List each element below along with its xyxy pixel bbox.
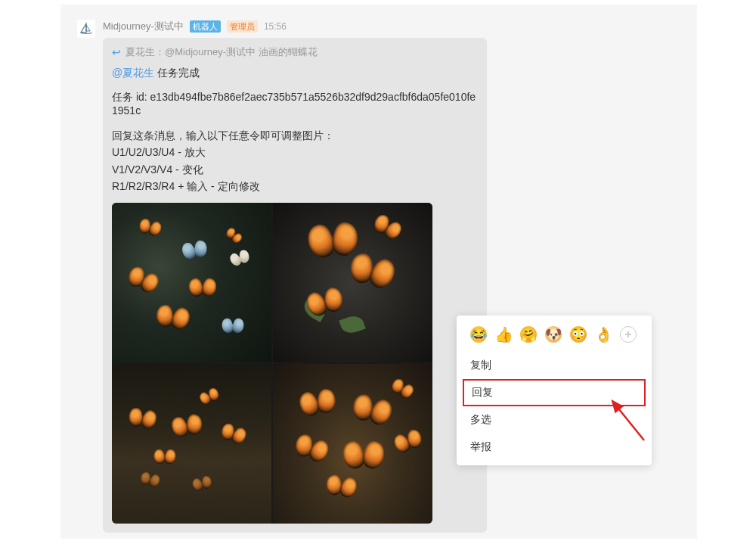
instructions-intro: 回复这条消息，输入以下任意令即可调整图片： — [112, 127, 478, 144]
reaction-laugh-cry-icon[interactable]: 😂 — [470, 326, 487, 343]
timestamp: 15:56 — [264, 21, 287, 32]
completion-text: 任务完成 — [157, 67, 200, 79]
menu-item-multiselect[interactable]: 多选 — [457, 406, 652, 434]
reaction-row: 😂 👍 🤗 🐶 😳 👌 — [457, 323, 652, 352]
bot-name: Midjourney-测试中 — [103, 20, 184, 33]
menu-item-report[interactable]: 举报 — [457, 434, 652, 461]
reply-text: 夏花生：@Midjourney-测试中 油画的蝴蝶花 — [125, 45, 318, 59]
menu-item-reply[interactable]: 回复 — [463, 379, 646, 406]
instructions-variation: V1/V2/V3/V4 - 变化 — [112, 161, 478, 178]
instructions-redirect: R1/R2/R3/R4 + 输入 - 定向修改 — [112, 178, 478, 194]
message-header: Midjourney-测试中 机器人 管理员 15:56 — [103, 20, 680, 33]
bot-avatar[interactable] — [77, 20, 95, 38]
sailboat-icon — [79, 22, 93, 36]
image-quadrant-4[interactable] — [273, 364, 432, 524]
generated-image-grid[interactable] — [112, 203, 432, 524]
reaction-ok-hand-icon[interactable]: 👌 — [595, 326, 612, 343]
instructions: 回复这条消息，输入以下任意令即可调整图片： U1/U2/U3/U4 - 放大 V… — [112, 127, 478, 195]
admin-tag: 管理员 — [227, 20, 258, 33]
reply-icon: ↩ — [112, 46, 121, 58]
task-id: 任务 id: e13db494fbe7b86ef2aec735b571a5526… — [112, 91, 478, 117]
menu-item-copy[interactable]: 复制 — [457, 352, 652, 379]
image-quadrant-1[interactable] — [112, 203, 271, 362]
add-reaction-icon[interactable] — [620, 326, 637, 343]
reaction-thumbs-up-icon[interactable]: 👍 — [495, 326, 512, 343]
image-quadrant-2[interactable] — [273, 203, 432, 362]
reaction-dog-icon[interactable]: 🐶 — [545, 326, 562, 343]
message-bubble[interactable]: ↩ 夏花生：@Midjourney-测试中 油画的蝴蝶花 @夏花生 任务完成 任… — [103, 38, 487, 533]
mention[interactable]: @夏花生 — [112, 67, 154, 79]
instructions-upscale: U1/U2/U3/U4 - 放大 — [112, 144, 478, 160]
context-menu: 😂 👍 🤗 🐶 😳 👌 复制 回复 多选 举报 — [457, 316, 652, 465]
reply-reference[interactable]: ↩ 夏花生：@Midjourney-测试中 油画的蝴蝶花 — [112, 45, 478, 59]
reaction-shy-icon[interactable]: 😳 — [570, 326, 587, 343]
image-quadrant-3[interactable] — [112, 364, 271, 524]
bot-tag: 机器人 — [190, 20, 221, 33]
reaction-hug-icon[interactable]: 🤗 — [520, 326, 537, 343]
completion-line: @夏花生 任务完成 — [112, 67, 478, 80]
